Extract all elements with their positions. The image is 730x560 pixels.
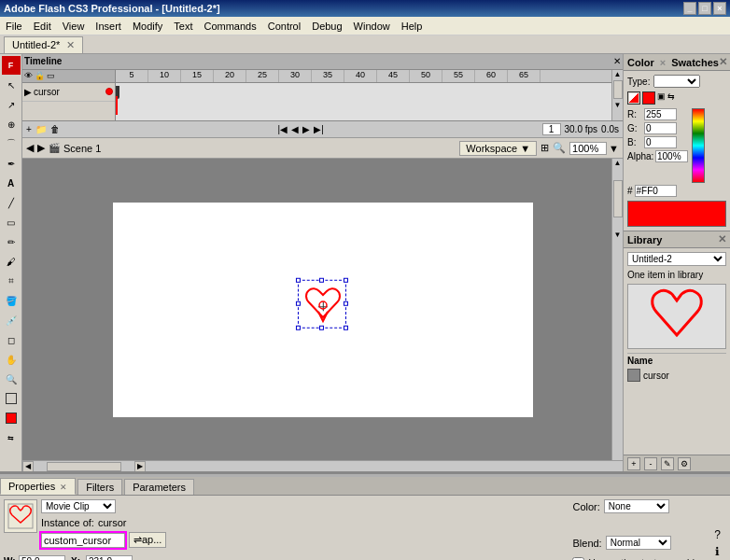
fill-color[interactable] (2, 409, 21, 427)
menu-control[interactable]: Control (262, 19, 306, 34)
free-transform-tool[interactable]: ⊕ (2, 115, 21, 133)
library-dropdown[interactable]: Untitled-2 (627, 252, 726, 266)
vscroll-thumb[interactable] (613, 80, 623, 99)
eyedropper-tool[interactable]: 💉 (2, 311, 21, 329)
pencil-tool[interactable]: ✏ (2, 232, 21, 251)
menu-insert[interactable]: Insert (90, 19, 127, 34)
r-input[interactable] (644, 108, 677, 120)
window-controls[interactable]: _ □ × (683, 2, 726, 15)
eye-icon[interactable]: 👁 (24, 71, 33, 80)
tab-parameters[interactable]: Parameters (124, 479, 194, 495)
add-layer-icon[interactable]: + (26, 124, 32, 134)
tab-properties[interactable]: Properties ✕ (0, 478, 76, 495)
info-icon[interactable]: ℹ (715, 545, 720, 558)
layer-cursor[interactable]: ▶ cursor (22, 83, 115, 102)
cursor-object[interactable] (300, 282, 346, 329)
minimize-button[interactable]: _ (683, 2, 696, 15)
prev-frame-btn[interactable]: ◀ (291, 124, 299, 134)
ink-tool[interactable]: ⌗ (2, 272, 21, 290)
b-input[interactable] (644, 136, 677, 148)
lib-edit-btn[interactable]: ✎ (661, 457, 674, 470)
text-tool[interactable]: A (2, 174, 21, 192)
menu-edit[interactable]: Edit (28, 19, 57, 34)
vscroll-up-arrow[interactable]: ▲ (614, 70, 622, 78)
lib-settings-btn[interactable]: ⚙ (678, 457, 691, 470)
stroke-swatch[interactable] (627, 91, 640, 105)
timeline-vscroll[interactable]: ▲ ▼ (611, 70, 623, 120)
lock-layer-icon[interactable]: 🔒 (35, 71, 45, 80)
zoom-input[interactable] (569, 142, 607, 155)
play-btn[interactable]: ▶ (302, 124, 310, 134)
outline-icon[interactable]: ▭ (47, 71, 55, 80)
swap-button[interactable]: ⇌ap... (129, 532, 166, 548)
first-frame-btn[interactable]: |◀ (278, 124, 288, 134)
lib-add-btn[interactable]: + (627, 457, 640, 470)
hscroll-left-arrow[interactable]: ◀ (22, 461, 34, 472)
lib-delete-btn[interactable]: - (644, 457, 657, 470)
next-frame-btn[interactable]: ▶| (314, 124, 324, 134)
brush-tool[interactable]: 🖌 (2, 252, 21, 271)
g-input[interactable] (644, 122, 677, 134)
color-prop-select[interactable]: None (604, 499, 669, 513)
x-input[interactable] (86, 555, 133, 560)
gradient-icon[interactable]: ▣ (657, 91, 666, 105)
maximize-button[interactable]: □ (698, 2, 711, 15)
delete-layer-icon[interactable]: 🗑 (50, 124, 60, 134)
menu-help[interactable]: Help (396, 19, 428, 34)
menu-text[interactable]: Text (168, 19, 198, 34)
w-input[interactable] (19, 555, 65, 560)
select-tool[interactable]: ↖ (2, 76, 21, 94)
zoom-arrow-icon[interactable]: ▼ (609, 143, 619, 154)
zoom-tool[interactable]: 🔍 (2, 370, 21, 388)
color-type-select[interactable] (653, 75, 700, 88)
hscroll-thumb[interactable] (47, 462, 121, 471)
type-select[interactable]: Movie Clip (41, 499, 116, 513)
eraser-tool[interactable]: ◻ (2, 330, 21, 349)
color-panel-close-icon[interactable]: ✕ (719, 56, 727, 68)
tab-filters[interactable]: Filters (77, 479, 122, 495)
color-spectrum[interactable] (692, 108, 705, 183)
stage-icon2[interactable]: 🔍 (553, 142, 566, 154)
forward-arrow-icon[interactable]: ▶ (37, 142, 45, 154)
line-tool[interactable]: ╱ (2, 193, 21, 212)
fill-swatch[interactable] (642, 91, 655, 105)
stage-area[interactable]: ▲ ▼ (22, 159, 623, 460)
doc-tab-close-icon[interactable]: ✕ (66, 39, 75, 50)
library-panel-close-icon[interactable]: ✕ (718, 233, 726, 245)
back-arrow-icon[interactable]: ◀ (26, 142, 34, 154)
add-folder-icon[interactable]: 📁 (35, 124, 47, 134)
close-button[interactable]: × (713, 2, 726, 15)
workspace-button[interactable]: Workspace ▼ (459, 141, 537, 156)
menu-debug[interactable]: Debug (306, 19, 347, 34)
rect-tool[interactable]: ▭ (2, 213, 21, 231)
menu-modify[interactable]: Modify (127, 19, 168, 34)
menu-commands[interactable]: Commands (198, 19, 261, 34)
doc-tab[interactable]: Untitled-2* ✕ (4, 36, 83, 53)
hscroll-right-arrow[interactable]: ▶ (134, 461, 146, 472)
library-item-cursor[interactable]: cursor (627, 368, 726, 383)
name-input[interactable] (41, 533, 125, 548)
menu-window[interactable]: Window (348, 19, 396, 34)
scene-label[interactable]: Scene 1 (63, 143, 101, 154)
hex-input[interactable] (635, 185, 677, 197)
stage-vscroll-up[interactable]: ▲ (614, 159, 622, 167)
tab-props-close[interactable]: ✕ (60, 483, 67, 492)
swap-icon[interactable]: ⇆ (667, 91, 675, 105)
menu-file[interactable]: File (0, 19, 28, 34)
timeline-close-icon[interactable]: ✕ (613, 56, 621, 66)
swatches-tab[interactable]: Swatches (671, 57, 719, 68)
swap-colors-icon[interactable]: ⇆ (2, 428, 21, 447)
pen-tool[interactable]: ✒ (2, 154, 21, 173)
stroke-color[interactable] (2, 389, 21, 408)
subselect-tool[interactable]: ↗ (2, 95, 21, 114)
vscroll-down-arrow[interactable]: ▼ (614, 101, 622, 109)
alpha-input[interactable] (655, 150, 688, 162)
help-icon[interactable]: ? (714, 528, 721, 541)
blend-select[interactable]: Normal (606, 536, 671, 550)
stage-vscroll-down[interactable]: ▼ (614, 231, 622, 239)
hand-tool[interactable]: ✋ (2, 350, 21, 369)
stage-hscroll[interactable]: ◀ ▶ (22, 460, 623, 471)
paint-bucket-tool[interactable]: 🪣 (2, 291, 21, 310)
stage-icon1[interactable]: ⊞ (540, 142, 549, 154)
stage-vscroll[interactable]: ▲ ▼ (611, 159, 623, 460)
